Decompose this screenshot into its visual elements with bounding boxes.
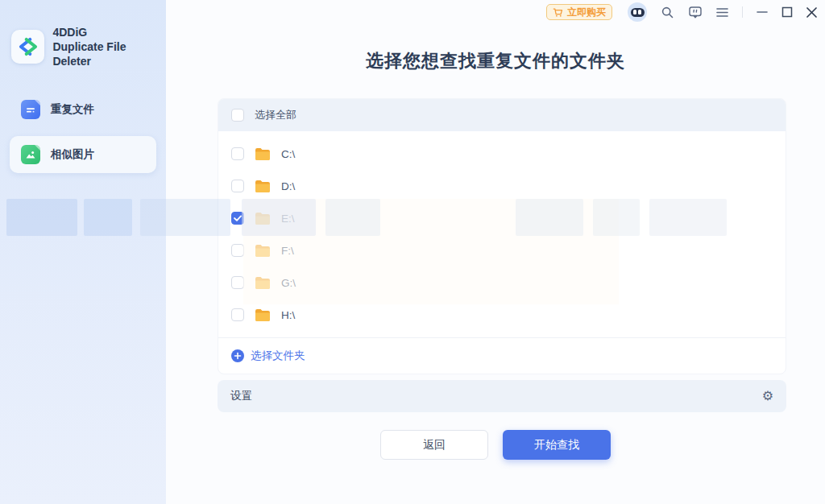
sidebar-nav: 重复文件 相似图片 [10, 91, 156, 173]
add-circle-icon [231, 349, 244, 362]
sidebar: 4DDiG Duplicate File Deleter 重复文件 [0, 0, 166, 504]
gear-icon[interactable]: ⚙ [762, 390, 773, 403]
drive-row[interactable]: F:\ [218, 234, 786, 266]
drive-label: F:\ [281, 245, 294, 257]
drive-checkbox[interactable] [231, 212, 244, 225]
drive-label: D:\ [281, 180, 295, 192]
similar-image-icon [21, 145, 40, 164]
hamburger-menu-icon [716, 7, 728, 18]
drive-row[interactable]: H:\ [218, 299, 786, 331]
start-search-button[interactable]: 开始查找 [503, 430, 611, 460]
drive-row[interactable]: E:\ [218, 202, 786, 234]
drive-row[interactable]: G:\ [218, 266, 786, 299]
app-window: 4DDiG Duplicate File Deleter 重复文件 [0, 0, 825, 504]
folder-icon [255, 180, 271, 192]
select-all-checkbox[interactable] [231, 109, 244, 122]
drive-row[interactable]: C:\ [218, 138, 786, 170]
app-title: 4DDiG Duplicate File Deleter [52, 25, 166, 69]
action-buttons: 返回 开始查找 [166, 430, 825, 460]
sidebar-item-duplicate-files[interactable]: 重复文件 [10, 91, 156, 128]
drive-checkbox[interactable] [231, 147, 244, 160]
drive-row[interactable]: D:\ [218, 170, 786, 202]
drive-label: H:\ [281, 309, 295, 321]
folder-icon [255, 276, 271, 289]
sidebar-item-similar-images[interactable]: 相似图片 [10, 136, 156, 173]
app-title-line1: 4DDiG [52, 25, 166, 39]
sidebar-item-label: 相似图片 [51, 147, 94, 162]
select-all-row[interactable]: 选择全部 [218, 99, 786, 131]
folder-select-panel: 选择全部 C:\ D:\ [218, 98, 786, 374]
folder-icon [255, 244, 271, 257]
select-all-label: 选择全部 [255, 108, 296, 122]
maximize-button[interactable] [781, 6, 793, 18]
drive-label: E:\ [281, 213, 295, 225]
menu-button[interactable] [716, 7, 728, 18]
drive-checkbox[interactable] [231, 308, 244, 321]
app-title-line2: Duplicate File Deleter [52, 39, 166, 68]
assistant-bot-button[interactable] [628, 2, 647, 22]
minimize-button[interactable] [757, 6, 768, 18]
feedback-bubble-icon [688, 6, 703, 19]
drive-list: C:\ D:\ E:\ [218, 131, 786, 337]
drive-checkbox[interactable] [231, 180, 244, 192]
close-button[interactable] [806, 7, 817, 18]
drive-checkbox[interactable] [231, 276, 244, 289]
add-folder-button[interactable]: 选择文件夹 [218, 337, 786, 374]
buy-now-button[interactable]: 立即购买 [546, 4, 612, 20]
page-title: 选择您想查找重复文件的文件夹 [166, 49, 825, 73]
feedback-button[interactable] [688, 6, 703, 19]
search-button[interactable] [661, 6, 674, 19]
drive-label: C:\ [281, 148, 295, 160]
folder-icon [255, 147, 271, 160]
back-button[interactable]: 返回 [380, 430, 488, 460]
drive-checkbox[interactable] [231, 244, 244, 257]
cart-icon [553, 7, 563, 18]
add-folder-label: 选择文件夹 [251, 349, 305, 363]
settings-label: 设置 [230, 389, 252, 403]
drive-label: G:\ [281, 277, 296, 289]
titlebar-divider [742, 6, 743, 18]
app-logo: 4DDiG Duplicate File Deleter [11, 25, 166, 69]
search-icon [661, 6, 674, 19]
duplicate-file-icon [21, 100, 40, 119]
robot-icon [628, 2, 647, 22]
app-logo-icon [11, 30, 44, 64]
sidebar-item-label: 重复文件 [51, 102, 94, 117]
folder-icon [255, 308, 271, 321]
buy-now-label: 立即购买 [567, 6, 606, 19]
folder-icon [255, 212, 271, 225]
titlebar: 立即购买 [546, 0, 825, 24]
settings-bar[interactable]: 设置 ⚙ [218, 380, 786, 412]
